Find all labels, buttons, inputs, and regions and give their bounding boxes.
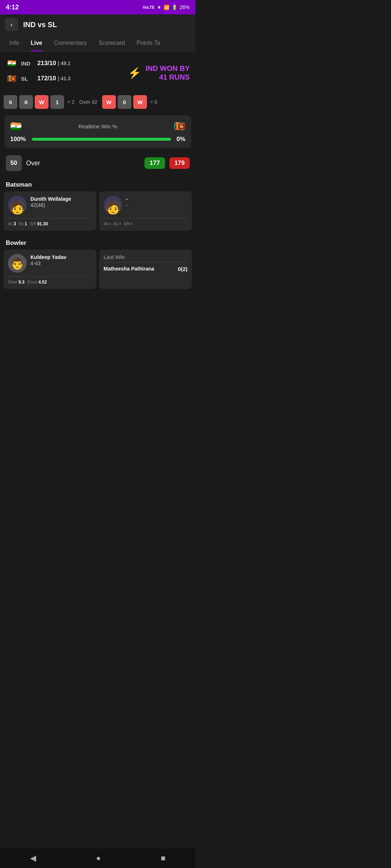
ball-6: 0 xyxy=(118,95,131,109)
win-bar-fill xyxy=(32,138,171,141)
wifi-icon: ▼ xyxy=(157,5,161,10)
teams-scores: 🇮🇳 IND 213/10 | 49.1 🇱🇰 SL 172/10 | 41.3 xyxy=(6,58,123,88)
team1-flag: 🇮🇳 xyxy=(6,58,17,69)
score-section: 🇮🇳 IND 213/10 | 49.1 🇱🇰 SL 172/10 | 41.3… xyxy=(0,52,196,92)
ball-3: W xyxy=(35,95,49,109)
team1-row: 🇮🇳 IND 213/10 | 49.1 xyxy=(6,58,123,69)
back-icon: ‹ xyxy=(10,21,13,29)
tabs-bar: Info Live Commentary Scorecard Points Ta xyxy=(0,35,196,52)
team2-flag: 🇱🇰 xyxy=(6,73,17,84)
batsman2-fours: 4s - xyxy=(104,221,111,226)
status-time: 4:12 xyxy=(6,4,19,11)
batsman1-score: 42(46) xyxy=(30,202,92,208)
batsman2-avatar: 🧑 xyxy=(104,196,122,214)
ball-4: 1 xyxy=(50,95,64,109)
win-pct-ind: 100% xyxy=(10,136,28,143)
win-card-header: 🇮🇳 Realtime Win % 🇱🇰 xyxy=(10,120,185,132)
result-text: IND WON BY41 RUNS xyxy=(146,64,190,81)
last-wkt-score: 0(2) xyxy=(178,266,188,272)
batsman2-info: 🧑 - - xyxy=(104,196,188,214)
last-wkt-label: Last Wkt xyxy=(104,254,188,263)
over-label-main: Over xyxy=(26,159,140,167)
bowler1-name: Kuldeep Yadav xyxy=(30,254,92,260)
status-icons: VoLTE ▼ 📶 🔋 26% xyxy=(143,4,190,10)
tab-live[interactable]: Live xyxy=(25,35,48,51)
tab-commentary[interactable]: Commentary xyxy=(48,35,93,51)
over-label: Over 42 xyxy=(79,99,97,105)
score-badge-green: 177 xyxy=(144,157,165,169)
batsman2-details: - - xyxy=(126,196,188,208)
volte-icon: VoLTE xyxy=(143,5,155,9)
bowler1-card: 👨 Kuldeep Yadav 4-43 Over 9.3 Econ 4.52 xyxy=(4,250,96,289)
score-badge-red: 179 xyxy=(169,157,190,169)
last-wkt-name: Matheesha Pathirana xyxy=(104,265,154,273)
team2-score: 172/10 | 41.3 xyxy=(37,75,71,82)
over-stats-row: 50 Over 177 179 xyxy=(0,152,196,175)
team1-score: 213/10 | 49.1 xyxy=(37,60,71,67)
batsman2-card: 🧑 - - 4s - 6s - SR - xyxy=(99,191,192,231)
batsman1-name: Dunith Wellalage xyxy=(30,196,92,202)
team2-row: 🇱🇰 SL 172/10 | 41.3 xyxy=(6,73,123,84)
batsman-row: 🧑 Dunith Wellalage 42(46) 4s 3 6s 1 SR 9… xyxy=(0,191,196,234)
tab-scorecard[interactable]: Scorecard xyxy=(93,35,131,51)
ball-2: 0 xyxy=(19,95,33,109)
match-title: IND vs SL xyxy=(23,21,57,29)
bowler1-details: Kuldeep Yadav 4-43 xyxy=(30,254,92,266)
team2-name: SL xyxy=(21,76,34,82)
win-card-flag2: 🇱🇰 xyxy=(174,120,185,132)
win-bar-row: 100% 0% xyxy=(10,136,185,143)
status-bar: 4:12 VoLTE ▼ 📶 🔋 26% xyxy=(0,0,196,14)
batsman1-details: Dunith Wellalage 42(46) xyxy=(30,196,92,208)
battery-percent: 26% xyxy=(180,4,190,10)
over-sum-2: = 0 xyxy=(150,99,157,105)
over-number-box: 50 xyxy=(6,155,22,171)
batsman1-fours: 4s 3 xyxy=(8,221,16,226)
tab-points[interactable]: Points Ta xyxy=(131,35,166,51)
batsman1-stats: 4s 3 6s 1 SR 91.30 xyxy=(8,218,92,226)
bowler1-figures: 4-43 xyxy=(30,260,92,266)
batsman2-sixes: 6s - xyxy=(114,221,121,226)
bowlers-row: 👨 Kuldeep Yadav 4-43 Over 9.3 Econ 4.52 … xyxy=(0,250,196,293)
bowler1-photo: 👨 xyxy=(8,254,27,273)
ball-7: W xyxy=(133,95,147,109)
battery-icon: 🔋 xyxy=(172,5,177,10)
over-sum-1: = 2 xyxy=(67,99,75,105)
last-wicket-card: Last Wkt Matheesha Pathirana 0(2) xyxy=(99,250,192,289)
win-percentage-card: 🇮🇳 Realtime Win % 🇱🇰 100% 0% xyxy=(4,115,191,148)
last-wkt-row: Matheesha Pathirana 0(2) xyxy=(104,265,188,273)
win-card-title: Realtime Win % xyxy=(22,123,174,129)
batsman2-name: - xyxy=(126,196,188,202)
bowler1-overs: Over 9.3 xyxy=(8,280,25,285)
batsman2-sr: SR - xyxy=(123,221,132,226)
win-bar-background xyxy=(32,138,171,141)
bowler-section-header: Bowler xyxy=(0,234,196,250)
batsman-section-header: Batsman xyxy=(0,176,196,191)
batsman1-info: 🧑 Dunith Wellalage 42(46) xyxy=(8,196,92,214)
ball-1: 0 xyxy=(4,95,17,109)
signal-icon: 📶 xyxy=(164,5,169,10)
lightning-icon: ⚡ xyxy=(128,67,141,79)
overs-section: 0 0 W 1 = 2 Over 42 W 0 W = 0 xyxy=(0,92,196,112)
bowler1-stats: Over 9.3 Econ 4.52 xyxy=(8,276,92,285)
batsman2-stats: 4s - 6s - SR - xyxy=(104,218,188,226)
batsman1-sixes: 6s 1 xyxy=(19,221,27,226)
batsman1-card: 🧑 Dunith Wellalage 42(46) 4s 3 6s 1 SR 9… xyxy=(4,191,96,231)
batsman2-score: - xyxy=(126,202,188,208)
ball-5: W xyxy=(102,95,116,109)
top-nav: ‹ IND vs SL xyxy=(0,14,196,35)
win-pct-sl: 0% xyxy=(175,136,185,143)
batsman1-sr: SR 91.30 xyxy=(30,221,48,226)
batsman1-avatar: 🧑 xyxy=(8,196,27,214)
tab-info[interactable]: Info xyxy=(4,35,25,51)
bowler1-info: 👨 Kuldeep Yadav 4-43 xyxy=(8,254,92,273)
bowler1-economy: Econ 4.52 xyxy=(28,280,47,285)
win-card-flag1: 🇮🇳 xyxy=(10,120,22,132)
team1-name: IND xyxy=(21,60,34,67)
back-button[interactable]: ‹ xyxy=(5,18,18,31)
